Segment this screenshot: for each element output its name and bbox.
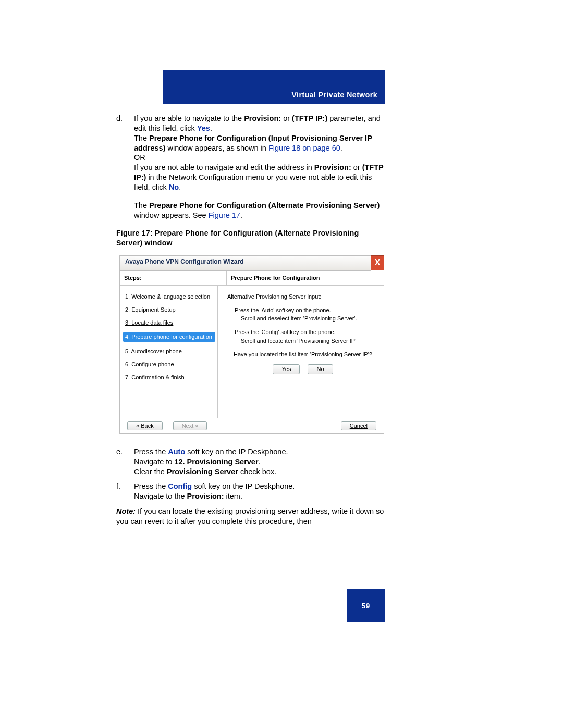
list-body-e: Press the Auto soft key on the IP Deskph… [134, 447, 386, 477]
text-bold: Provision: [244, 114, 281, 122]
next-button[interactable]: Next » [173, 421, 207, 430]
note-text: If you can locate the existing provision… [116, 507, 384, 525]
wizard-step: 6. Configure phone [125, 361, 213, 368]
link-figure-18[interactable]: Figure 18 on page 60 [268, 144, 340, 152]
text: . [179, 183, 181, 191]
back-button[interactable]: « Back [127, 421, 163, 430]
link-no: No [169, 183, 179, 191]
page-header: Virtual Private Network [163, 70, 385, 104]
text: The [134, 201, 149, 209]
text-bold: Provisioning Server [167, 467, 238, 476]
text: window appears. See [134, 211, 209, 219]
text: window appears, as shown in [165, 144, 268, 152]
list-marker-f: f. [116, 482, 134, 501]
note-label: Note: [116, 507, 136, 515]
wizard-window: Avaya Phone VPN Configuration Wizard X S… [119, 255, 384, 434]
text-bold: Prepare Phone for Configuration (Alterna… [149, 201, 380, 209]
text: Navigate to [134, 458, 174, 466]
text: soft key on the IP Deskphone. [185, 448, 288, 456]
list-marker-d: d. [116, 114, 134, 192]
text: item. [224, 492, 242, 500]
cancel-button[interactable]: Cancel [341, 421, 376, 430]
page-number: 59 [362, 602, 370, 610]
text: Clear the [134, 467, 167, 476]
wizard-text: Press the 'Config' softkey on the phone. [227, 328, 378, 336]
close-button[interactable]: X [371, 255, 384, 270]
wizard-step: 5. Autodiscover phone [125, 348, 213, 355]
link-yes: Yes [197, 124, 210, 132]
link-config: Config [168, 482, 192, 490]
link-auto: Auto [168, 448, 185, 456]
note-paragraph: Note: If you can locate the existing pro… [116, 507, 386, 526]
wizard-panel-title: Prepare Phone for Configuration [227, 271, 384, 285]
figure-caption: Figure 17: Prepare Phone for Configurati… [116, 228, 386, 248]
wizard-content: Alternative Provisioning Server input: P… [218, 286, 384, 418]
text: If you are not able to navigate and edit… [134, 163, 314, 171]
text: . [340, 144, 342, 152]
wizard-text: Press the 'Auto' softkey on the phone. [227, 306, 378, 314]
list-body-d: If you are able to navigate to the Provi… [134, 114, 386, 192]
text-or: OR [134, 153, 145, 162]
wizard-step-active: 4. Prepare phone for configuration [123, 332, 215, 341]
wizard-text: Scroll and deselect item 'Provisioning S… [227, 315, 378, 322]
wizard-steps-list: 1. Welcome & language selection 2. Equip… [120, 286, 218, 418]
text: The [134, 134, 149, 142]
wizard-step: 2. Equipment Setup [125, 306, 213, 313]
text: . [259, 458, 261, 466]
text: or [281, 114, 292, 122]
yes-button[interactable]: Yes [273, 364, 300, 374]
page-content: d. If you are able to navigate to the Pr… [116, 114, 386, 526]
text: Navigate to the [134, 492, 187, 500]
wizard-step: 3. Locate data files [125, 319, 213, 326]
link-figure-17[interactable]: Figure 17 [209, 211, 240, 219]
page-number-block: 59 [347, 589, 385, 622]
text-bold: 12. Provisioning Server [174, 458, 258, 466]
text: soft key on the IP Deskphone. [192, 482, 295, 490]
header-title: Virtual Private Network [291, 91, 377, 99]
list-item-e: e. Press the Auto soft key on the IP Des… [116, 447, 386, 477]
wizard-step: 7. Confirmation & finish [125, 374, 213, 381]
close-icon: X [375, 258, 381, 267]
text-bold: (TFTP IP:) [292, 114, 327, 122]
text: or [351, 163, 362, 171]
text: . [240, 211, 242, 219]
list-body-f: Press the Config soft key on the IP Desk… [134, 482, 386, 501]
wizard-title: Avaya Phone VPN Configuration Wizard [119, 255, 371, 271]
text-bold: Provision: [187, 492, 224, 500]
list-item-f: f. Press the Config soft key on the IP D… [116, 482, 386, 501]
wizard-question: Have you located the list item 'Provisio… [230, 351, 375, 358]
list-marker-e: e. [116, 447, 134, 477]
text: . [210, 124, 212, 132]
steps-header: Steps: [120, 271, 227, 285]
wizard-step: 1. Welcome & language selection [125, 293, 213, 300]
text-bold: Provision: [314, 163, 351, 171]
paragraph-alternate: The Prepare Phone for Configuration (Alt… [134, 201, 386, 220]
list-item-d: d. If you are able to navigate to the Pr… [116, 114, 386, 192]
no-button[interactable]: No [308, 364, 333, 374]
text: check box. [238, 467, 276, 476]
text: Press the [134, 482, 168, 490]
wizard-text: Alternative Provisioning Server input: [227, 293, 378, 300]
wizard-text: Scroll and locate item 'Provisioning Ser… [227, 337, 378, 344]
text: Press the [134, 448, 168, 456]
text: If you are able to navigate to the [134, 114, 244, 122]
